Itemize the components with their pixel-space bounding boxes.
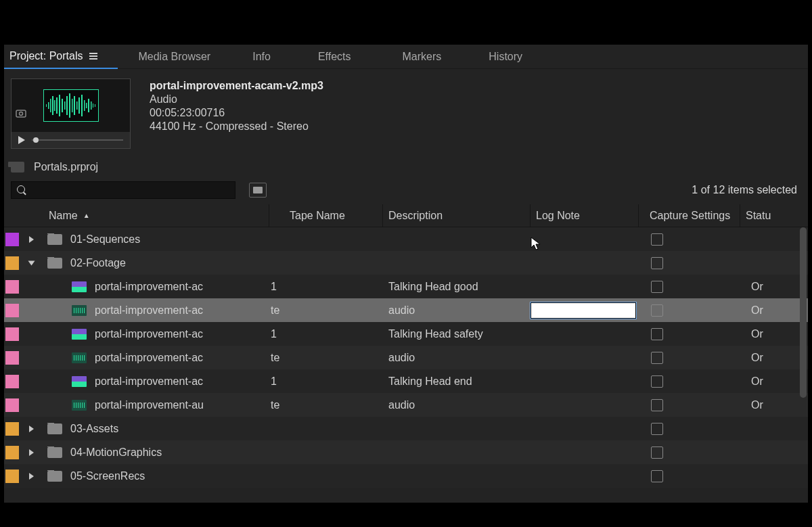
item-name[interactable]: 02-Footage	[70, 257, 126, 269]
tape-cell[interactable]: 1	[269, 375, 383, 388]
capture-checkbox[interactable]	[651, 352, 663, 364]
label-chip[interactable]	[5, 304, 19, 317]
item-name[interactable]: portal-improvement-ac	[95, 304, 203, 317]
new-bin-button[interactable]	[249, 183, 267, 198]
label-chip[interactable]	[5, 280, 19, 294]
scrollbar[interactable]	[800, 227, 807, 398]
tab-media-browser[interactable]: Media Browser	[118, 45, 231, 69]
preview-transport	[12, 132, 130, 148]
status-cell[interactable]: Or	[740, 281, 808, 293]
status-cell[interactable]: Or	[740, 375, 808, 388]
capture-checkbox[interactable]	[651, 470, 663, 482]
chevron-down-icon[interactable]	[28, 260, 35, 265]
description-cell[interactable]: Talking Head safety	[383, 328, 531, 340]
item-name[interactable]: 05-ScreenRecs	[70, 470, 145, 482]
column-header-capture[interactable]: Capture Settings	[639, 204, 740, 227]
column-header-log-note[interactable]: Log Note	[531, 204, 639, 227]
table-row[interactable]: portal-improvement-acteaudioOr	[4, 298, 808, 322]
svg-rect-21	[91, 101, 92, 110]
log-note-cell[interactable]	[531, 302, 639, 319]
clip-duration: 00:05:23:00716	[150, 107, 323, 119]
label-chip[interactable]	[5, 422, 19, 436]
table-row[interactable]: 04-MotionGraphics	[4, 440, 808, 464]
scrub-knob[interactable]	[33, 137, 39, 143]
tab-project[interactable]: Project: Portals	[4, 45, 118, 69]
tape-cell[interactable]: te	[269, 304, 383, 317]
label-chip[interactable]	[5, 327, 19, 341]
tab-markers[interactable]: Markers	[371, 45, 462, 69]
capture-checkbox[interactable]	[651, 446, 663, 459]
capture-checkbox[interactable]	[651, 423, 663, 435]
item-name[interactable]: portal-improvement-ac	[95, 352, 203, 364]
capture-cell	[639, 304, 740, 317]
table-row[interactable]: 05-ScreenRecs	[4, 464, 808, 488]
item-name[interactable]: portal-improvement-ac	[95, 328, 203, 340]
status-cell[interactable]: Or	[740, 328, 808, 340]
label-chip[interactable]	[5, 256, 19, 270]
table-row[interactable]: portal-improvement-ac1Talking Head safet…	[4, 322, 808, 346]
chevron-right-icon[interactable]	[29, 236, 34, 243]
label-chip[interactable]	[5, 469, 19, 483]
chevron-right-icon[interactable]	[29, 473, 34, 480]
status-cell[interactable]: Or	[740, 399, 808, 411]
item-name[interactable]: 03-Assets	[70, 423, 118, 435]
table-row[interactable]: portal-improvement-ac1Talking Head endOr	[4, 369, 808, 393]
item-name[interactable]: portal-improvement-ac	[95, 375, 203, 388]
tape-cell[interactable]: 1	[269, 281, 383, 293]
label-chip[interactable]	[5, 398, 19, 412]
svg-rect-10	[64, 101, 66, 110]
table-row[interactable]: portal-improvement-acteaudioOr	[4, 346, 808, 369]
label-chip[interactable]	[5, 375, 19, 388]
chevron-right-icon[interactable]	[29, 449, 34, 456]
table-row[interactable]: 02-Footage	[4, 251, 808, 275]
table-row[interactable]: portal-improvement-auteaudioOr	[4, 393, 808, 417]
label-chip[interactable]	[5, 351, 19, 365]
description-cell[interactable]: Talking Head good	[383, 281, 531, 293]
label-chip[interactable]	[5, 446, 19, 459]
item-name[interactable]: portal-improvement-au	[95, 399, 204, 411]
search-input[interactable]	[11, 181, 235, 199]
poster-frame-icon[interactable]	[16, 109, 26, 120]
table-row[interactable]: 03-Assets	[4, 417, 808, 440]
tab-label: Media Browser	[138, 51, 210, 63]
column-header-name[interactable]: Name ▲	[43, 204, 269, 227]
tab-info[interactable]: Info	[231, 45, 291, 69]
capture-checkbox[interactable]	[651, 375, 663, 388]
column-header-tape[interactable]: Tape Name	[269, 204, 383, 227]
panel-menu-icon[interactable]	[89, 53, 97, 60]
capture-checkbox[interactable]	[651, 233, 663, 246]
column-header-status[interactable]: Statu	[740, 210, 797, 222]
table-row[interactable]: 01-Sequences	[4, 227, 808, 251]
tape-cell[interactable]: 1	[269, 328, 383, 340]
description-cell[interactable]: audio	[383, 352, 531, 364]
tab-effects[interactable]: Effects	[291, 45, 371, 69]
column-header-description[interactable]: Description	[383, 204, 531, 227]
chevron-right-icon[interactable]	[29, 426, 34, 432]
description-cell[interactable]: Talking Head end	[383, 375, 531, 388]
capture-cell	[639, 233, 740, 246]
log-note-input[interactable]	[531, 302, 636, 319]
audio-clip-icon	[72, 305, 87, 316]
tab-history[interactable]: History	[461, 45, 543, 69]
tape-cell[interactable]: te	[269, 399, 383, 411]
capture-checkbox[interactable]	[651, 257, 663, 269]
play-icon[interactable]	[18, 136, 25, 144]
item-name[interactable]: 04-MotionGraphics	[70, 446, 162, 459]
description-cell[interactable]: audio	[383, 399, 531, 411]
capture-cell	[639, 257, 740, 269]
item-name[interactable]: portal-improvement-ac	[95, 281, 203, 293]
svg-rect-23	[95, 104, 95, 107]
status-cell[interactable]: Or	[740, 304, 808, 317]
status-cell[interactable]: Or	[740, 352, 808, 364]
item-name[interactable]: 01-Sequences	[70, 233, 140, 246]
scrub-track[interactable]	[32, 139, 123, 141]
tape-cell[interactable]: te	[269, 352, 383, 364]
table-row[interactable]: portal-improvement-ac1Talking Head goodO…	[4, 275, 808, 298]
project-icon[interactable]	[11, 162, 24, 173]
label-chip[interactable]	[5, 233, 19, 246]
description-cell[interactable]: audio	[383, 304, 531, 317]
capture-checkbox[interactable]	[651, 399, 663, 411]
capture-checkbox[interactable]	[651, 304, 663, 317]
capture-checkbox[interactable]	[651, 328, 663, 340]
capture-checkbox[interactable]	[651, 281, 663, 293]
